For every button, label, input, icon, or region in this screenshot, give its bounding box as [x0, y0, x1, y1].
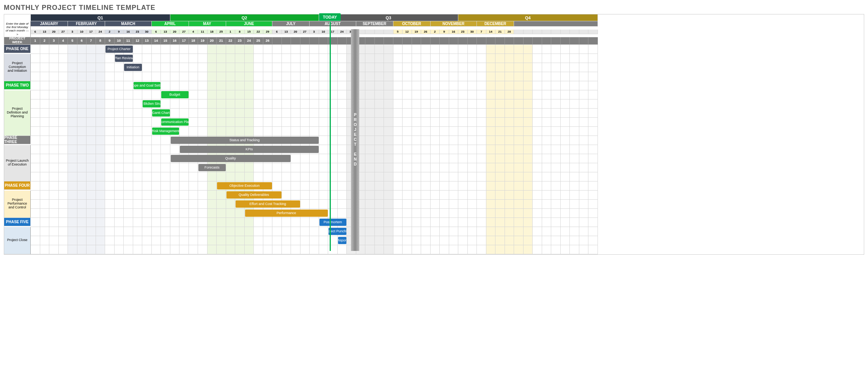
grid-cell: [179, 245, 189, 254]
grid-cell: [561, 163, 570, 172]
grid-cell: Postmortem: [319, 218, 329, 227]
grid-cell: [124, 218, 133, 227]
grid-cell: [170, 200, 180, 209]
project-week-num: 21: [217, 37, 226, 45]
grid-cell: [449, 45, 459, 54]
grid-cell: [319, 191, 329, 200]
grid-cell: [133, 90, 143, 99]
grid-cell: [338, 145, 347, 154]
gantt-bar[interactable]: Project Charter: [105, 46, 133, 53]
grid-cell: [68, 72, 77, 81]
grid-cell: [449, 99, 459, 109]
grid-cell: [179, 81, 189, 90]
grid-cell: [31, 236, 40, 245]
grid-cell: [514, 245, 524, 254]
gantt-bar[interactable]: Postmortem: [319, 219, 347, 226]
grid-cell: [579, 163, 589, 172]
grid-cell: [505, 90, 514, 99]
gantt-bar[interactable]: Initiation: [124, 64, 142, 71]
grid-cell: [124, 200, 133, 209]
gantt-bar[interactable]: Plan Review: [115, 55, 133, 62]
grid-cell: [40, 109, 50, 118]
grid-cell: [40, 218, 50, 227]
grid-cell: [551, 172, 561, 181]
grid-cell: [338, 63, 347, 72]
grid-cell: [431, 172, 440, 181]
grid-cell: [189, 236, 198, 245]
gantt-bar[interactable]: Status and Tracking: [171, 137, 319, 144]
grid-cell: Performance: [245, 209, 254, 218]
grid-cell: [189, 218, 198, 227]
grid-cell: [263, 45, 273, 54]
grid-cell: [40, 236, 50, 245]
day-header: 15: [245, 30, 254, 34]
grid-cell: [542, 245, 552, 254]
gantt-bar[interactable]: Forecasts: [198, 164, 226, 171]
grid-cell: [86, 172, 96, 181]
grid-cell: [235, 90, 245, 99]
grid-cell: [124, 90, 133, 99]
grid-cell: [524, 227, 533, 236]
grid-cell: [310, 63, 319, 72]
grid-cell: [96, 127, 105, 136]
grid-cell: [561, 109, 570, 118]
gantt-bar[interactable]: Work Bkdwn Structure: [143, 100, 160, 107]
grid-cell: [412, 181, 421, 191]
grid-cell: [338, 181, 347, 191]
grid-cell: [105, 181, 115, 191]
grid-cell: [142, 109, 152, 118]
gantt-bar[interactable]: Project Punchlist: [329, 228, 346, 235]
gantt-bar[interactable]: Performance: [245, 210, 328, 217]
gantt-bar[interactable]: Budget: [161, 91, 189, 98]
grid-cell: [49, 209, 59, 218]
gantt-bar[interactable]: Objective Execution: [217, 182, 272, 189]
grid-cell: [96, 163, 105, 172]
grid-cell: [161, 54, 170, 63]
gantt-bar[interactable]: KPIs: [180, 146, 319, 153]
grid-cell: [152, 181, 161, 191]
grid-cell: [115, 191, 124, 200]
grid-cell: [235, 227, 245, 236]
gantt-bar[interactable]: Communication Plan: [161, 118, 189, 126]
grid-cell: [468, 163, 477, 172]
gantt-bar[interactable]: Risk Management: [152, 128, 179, 135]
grid-cell: [86, 191, 96, 200]
grid-cell: [217, 63, 226, 72]
grid-cell: [133, 191, 143, 200]
grid-cell: [124, 72, 133, 81]
grid-cell: [495, 72, 505, 81]
grid-cell: [235, 45, 245, 54]
grid-cell: [468, 109, 477, 118]
grid-cell: [533, 218, 542, 227]
gantt-bar[interactable]: Quality Deliverables: [226, 191, 281, 199]
grid-cell: [338, 209, 347, 218]
day-header: 9: [440, 30, 449, 34]
grid-cell: [263, 90, 273, 99]
grid-cell: [310, 236, 319, 245]
grid-cell: [208, 81, 217, 90]
grid-cell: [458, 54, 468, 63]
gantt-bar[interactable]: Quality: [171, 155, 291, 162]
grid-cell: [161, 81, 170, 90]
grid-cell: [263, 172, 273, 181]
grid-cell: [133, 209, 143, 218]
grid-cell: [579, 118, 589, 127]
grid-cell: [412, 127, 421, 136]
grid-cell: [384, 181, 393, 191]
gantt-bar[interactable]: Scope and Goal Setting: [134, 82, 161, 89]
grid-cell: [105, 109, 115, 118]
grid-cell: [505, 72, 514, 81]
gantt-bar[interactable]: Gantt Chart: [152, 109, 170, 117]
grid-cell: [59, 99, 68, 109]
grid-cell: [105, 218, 115, 227]
gantt-bar[interactable]: Report: [338, 237, 347, 244]
grid-cell: [319, 81, 329, 90]
grid-cell: [310, 54, 319, 63]
grid-cell: [338, 154, 347, 163]
grid-cell: [310, 172, 319, 181]
project-week-num: 7: [86, 37, 96, 45]
grid-cell: [272, 81, 282, 90]
grid-cell: [440, 172, 449, 181]
grid-cell: [31, 172, 40, 181]
gantt-bar[interactable]: Effort and Cost Tracking: [236, 200, 300, 208]
